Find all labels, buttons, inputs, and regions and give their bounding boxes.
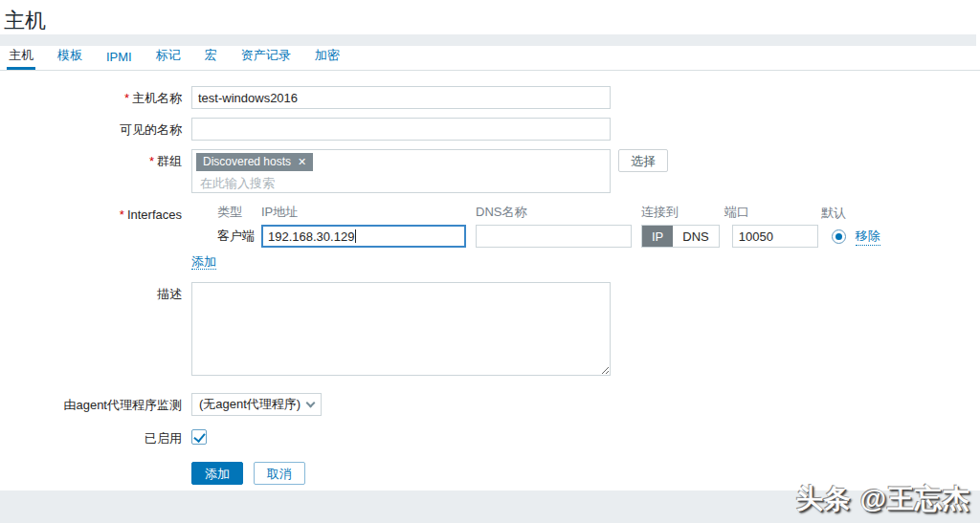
interface-dns-input[interactable]: [476, 225, 632, 248]
row-groups: *群组 Discovered hosts ✕ 在此输入搜索 选择: [0, 149, 980, 193]
enabled-checkbox[interactable]: [191, 429, 207, 445]
interface-type: 客户端: [217, 228, 261, 245]
description-textarea[interactable]: [191, 282, 611, 376]
groups-search-placeholder[interactable]: 在此输入搜索: [196, 171, 606, 192]
interface-port-input[interactable]: [732, 225, 818, 248]
proxy-selected-value: (无agent代理程序): [199, 396, 301, 413]
row-proxy: 由agent代理程序监测 (无agent代理程序): [0, 393, 980, 416]
default-radio[interactable]: [832, 229, 846, 244]
col-dns: DNS名称: [476, 204, 632, 221]
required-mark: *: [124, 91, 129, 105]
connect-dns-option[interactable]: DNS: [673, 226, 718, 247]
tab-ipmi[interactable]: IPMI: [104, 46, 134, 70]
page-title: 主机: [0, 0, 980, 34]
description-label: 描述: [0, 282, 191, 376]
required-mark: *: [120, 207, 124, 222]
groups-multiselect[interactable]: Discovered hosts ✕ 在此输入搜索: [191, 149, 611, 193]
header-band: [0, 34, 976, 46]
host-name-label: *主机名称: [0, 86, 191, 109]
text-cursor: [355, 229, 356, 243]
groups-label: *群组: [0, 149, 191, 193]
row-visible-name: 可见的名称: [0, 118, 980, 141]
tab-bar: 主机 模板 IPMI 标记 宏 资产记录 加密: [0, 46, 980, 71]
interface-remove-link[interactable]: 移除: [856, 228, 880, 246]
tab-host[interactable]: 主机: [7, 43, 35, 70]
col-port: 端口: [724, 204, 811, 221]
row-description: 描述: [0, 282, 980, 376]
tab-inventory[interactable]: 资产记录: [239, 43, 293, 70]
interface-ip-input[interactable]: 192.168.30.129: [261, 225, 466, 248]
enabled-label: 已启用: [0, 427, 191, 447]
host-name-input[interactable]: [191, 86, 611, 109]
proxy-label: 由agent代理程序监测: [0, 393, 191, 416]
cancel-button[interactable]: 取消: [254, 462, 305, 485]
col-default: 默认: [821, 207, 850, 221]
chevron-down-icon: [306, 398, 316, 407]
groups-select-button[interactable]: 选择: [618, 149, 668, 172]
host-config-page: 主机 主机 模板 IPMI 标记 宏 资产记录 加密 *主机名称 可见的名称: [0, 0, 980, 523]
required-mark: *: [149, 154, 154, 168]
tab-tags[interactable]: 标记: [154, 43, 183, 70]
chip-remove-icon[interactable]: ✕: [298, 156, 306, 168]
interface-ip-value: 192.168.30.129: [268, 229, 354, 244]
interface-add-link[interactable]: 添加: [191, 254, 216, 270]
interfaces-header: 类型 IP地址 DNS名称 连接到 端口 默认: [191, 204, 880, 221]
col-type: 类型: [217, 204, 261, 221]
row-host-name: *主机名称: [0, 86, 980, 109]
connect-ip-option[interactable]: IP: [642, 226, 673, 247]
row-interfaces: *Interfaces 类型 IP地址 DNS名称 连接到 端口 默认 客户端 …: [0, 204, 980, 282]
visible-name-input[interactable]: [191, 118, 611, 141]
radio-dot: [835, 233, 842, 240]
interface-row: 客户端 192.168.30.129 IP DNS 移除: [191, 225, 880, 248]
watermark-text: 头条 @王忘杰: [796, 481, 970, 517]
visible-name-label: 可见的名称: [0, 118, 191, 141]
group-chip-label: Discovered hosts: [203, 155, 291, 168]
col-ip: IP地址: [261, 204, 466, 221]
tab-templates[interactable]: 模板: [56, 43, 84, 70]
interfaces-label: *Interfaces: [0, 204, 191, 282]
add-button[interactable]: 添加: [191, 462, 243, 485]
tab-macros[interactable]: 宏: [203, 43, 219, 70]
tab-encryption[interactable]: 加密: [313, 43, 342, 70]
connect-to-toggle: IP DNS: [641, 225, 720, 248]
row-enabled: 已启用: [0, 427, 980, 447]
proxy-select[interactable]: (无agent代理程序): [191, 393, 322, 416]
group-chip: Discovered hosts ✕: [196, 153, 313, 171]
host-form: *主机名称 可见的名称 *群组 Discovered hosts ✕: [0, 71, 980, 485]
col-connect-to: 连接到: [641, 204, 712, 221]
